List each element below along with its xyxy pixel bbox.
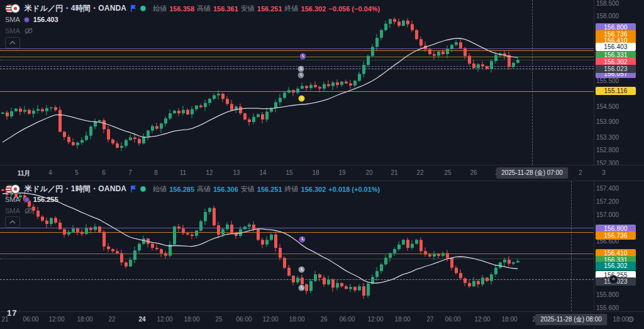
time-tick: 20 <box>365 169 372 176</box>
time-tick: 11 <box>180 169 186 176</box>
low-value: 156.251 <box>257 186 282 193</box>
sma2-label[interactable]: SMA <box>5 207 20 215</box>
collapse-legend-button[interactable] <box>5 37 20 48</box>
time-tick: 12:00 <box>48 316 64 323</box>
price-badge-156.403[interactable]: 156.403 <box>596 43 636 51</box>
time-tick: 18 <box>312 169 319 176</box>
open-value: 156.358 <box>169 5 194 13</box>
time-tick: 18:00 <box>394 316 410 323</box>
time-tick: 5 <box>75 169 79 176</box>
sma2-label[interactable]: SMA <box>5 27 20 35</box>
crosshair-vertical <box>571 181 572 311</box>
indicator-row-sma-hidden: SMA <box>5 27 33 35</box>
sma-line[interactable] <box>3 193 518 283</box>
close-value: 156.302 <box>301 5 326 13</box>
chart-pane-1h: 2106:0012:0018:00222412:0018:002506:0012… <box>0 181 644 329</box>
market-status-dot[interactable] <box>140 186 146 192</box>
low-value: 156.251 <box>257 5 282 13</box>
alarm-clock-icon[interactable] <box>299 52 307 60</box>
high-label: 高値 <box>197 4 211 13</box>
time-tick: 13 <box>233 169 240 176</box>
time-tick: 18:00 <box>613 316 628 323</box>
time-tick: 8 <box>154 169 158 176</box>
price-badge-155.116[interactable]: 155.116 <box>596 87 636 95</box>
time-tick: 2 <box>579 169 582 176</box>
gear-icon[interactable]: ⚙ <box>627 315 635 324</box>
high-value: 156.306 <box>213 186 238 193</box>
open-label: 始値 <box>153 4 167 13</box>
plus-circle-icon[interactable]: + <box>609 275 618 284</box>
low-label: 安値 <box>241 4 255 13</box>
indicator-row-sma: SMA 156.255 <box>5 196 58 203</box>
sma-color-dot[interactable] <box>24 197 30 203</box>
time-tick: 12:00 <box>157 316 172 323</box>
alarm-clock-icon[interactable] <box>297 265 306 273</box>
time-tick: 21 <box>391 169 397 176</box>
time-tick: 18:00 <box>289 316 304 323</box>
time-tick: 18:00 <box>184 316 199 323</box>
sma-label[interactable]: SMA <box>5 16 20 23</box>
price-tick: 157.000 <box>596 211 639 218</box>
pane-separator[interactable] <box>0 181 644 181</box>
ohlc-readout: 始値 156.358 高値 156.361 安値 156.251 終値 156.… <box>153 4 380 13</box>
crosshair-date-badge: 2025-11-28 (金) 07:00 <box>496 167 568 179</box>
price-tick: 158.500 <box>596 0 639 7</box>
time-tick: 06:00 <box>236 316 252 323</box>
sma-color-dot[interactable] <box>24 17 30 23</box>
eye-off-icon[interactable] <box>24 207 33 215</box>
price-tick: 157.400 <box>596 185 639 192</box>
time-tick: 6 <box>102 169 106 176</box>
time-axis[interactable]: 11月4567811121314151819202122252627232025… <box>0 165 644 180</box>
time-tick: 7 <box>128 169 132 176</box>
market-status-dot[interactable] <box>140 6 146 11</box>
plot-area[interactable] <box>0 0 594 165</box>
price-tick: 155.800 <box>596 291 639 298</box>
time-tick: 12:00 <box>262 316 278 323</box>
price-tick: 157.200 <box>596 198 639 205</box>
usdjpy-pair-icon <box>5 4 21 14</box>
eye-off-icon[interactable] <box>24 27 33 35</box>
sma-label[interactable]: SMA <box>5 196 20 203</box>
time-tick: 18:00 <box>501 316 517 323</box>
change-value: −0.056 (−0.04%) <box>328 5 380 13</box>
alarm-clock-icon[interactable] <box>297 70 305 79</box>
price-tick: 153.300 <box>596 134 639 141</box>
candlestick-series <box>0 181 594 311</box>
time-tick: 14 <box>259 169 266 176</box>
flag-icon[interactable] <box>130 4 137 13</box>
price-badge-156.023[interactable]: 156.023 <box>596 65 636 73</box>
chevron-up-icon <box>9 220 16 224</box>
tradingview-logo: 17 <box>7 308 17 318</box>
time-axis[interactable]: 2106:0012:0018:00222412:0018:002506:0012… <box>0 311 644 327</box>
time-tick: 25 <box>215 316 222 323</box>
high-label: 高値 <box>197 184 211 194</box>
alarm-clock-icon[interactable] <box>298 235 306 243</box>
price-tick: 158.000 <box>596 13 639 20</box>
close-value: 156.302 <box>301 186 326 193</box>
price-tick: 155.600 <box>596 304 639 311</box>
open-label: 始値 <box>153 184 167 194</box>
time-tick: 06:00 <box>445 316 460 323</box>
sma-value: 156.255 <box>33 196 58 203</box>
time-tick: 26 <box>470 169 477 176</box>
symbol-title[interactable]: 米ドル／円・1時間・OANDA <box>25 184 126 194</box>
crosshair-date-badge: 2025-11-28 (金) 08:00 <box>535 314 607 325</box>
flag-icon[interactable] <box>130 185 137 193</box>
chevron-up-icon <box>9 41 16 45</box>
time-tick: 26 <box>320 316 327 323</box>
close-label: 終値 <box>285 4 299 13</box>
sma-line[interactable] <box>3 38 518 142</box>
time-tick: 24 <box>138 316 145 323</box>
time-tick: 19 <box>338 169 345 176</box>
time-tick: 25 <box>444 169 451 176</box>
chart-pane-4h: 11月4567811121314151819202122252627232025… <box>0 0 644 180</box>
time-tick: 12:00 <box>367 316 383 323</box>
indicator-row-sma-hidden: SMA <box>5 207 33 215</box>
alarm-clock-icon[interactable] <box>297 283 306 291</box>
symbol-title[interactable]: 米ドル／円・4時間・OANDA <box>25 3 126 14</box>
price-badge-156.736[interactable]: 156.736 <box>596 231 636 240</box>
plot-area[interactable] <box>0 181 594 311</box>
time-tick: 06:00 <box>339 316 355 323</box>
alarm-clock-icon[interactable] <box>297 94 306 102</box>
collapse-legend-button[interactable] <box>5 216 20 228</box>
